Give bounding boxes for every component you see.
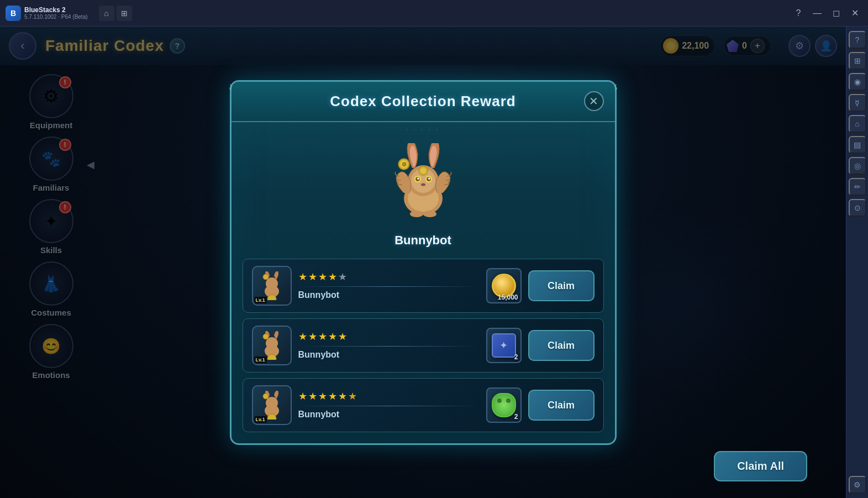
reward-count-2: 2	[514, 353, 518, 361]
right-sidebar: ? ⊞ ◉ ☿ ⌂ ▤ ◎ ✏ ⊙ ⚙	[846, 27, 868, 498]
reward-row-3: Lv.1 ★ ★ ★ ★ ★ ★ Bunnybot 2	[243, 378, 604, 432]
home-icon-btn[interactable]: ⌂	[99, 6, 114, 21]
svg-point-16	[410, 211, 423, 217]
reward-lv-3: Lv.1	[254, 416, 267, 423]
familiar-sprite: ⚙	[379, 140, 467, 229]
svg-point-12	[420, 168, 426, 174]
reward-row-1: Lv.1 ★ ★ ★ ★ ★ Bunnybot 15,000	[243, 259, 604, 313]
sidebar-icon-7[interactable]: ✏	[849, 178, 866, 196]
svg-point-10	[421, 183, 425, 186]
reward-name-3: Bunnybot	[298, 410, 480, 420]
modal-overlay: ❧ ❧ Codex Collection Reward ✕ · · · · ·	[0, 27, 846, 498]
claim-button-2[interactable]: Claim	[528, 330, 595, 361]
reward-item-1: 15,000	[486, 268, 522, 303]
reward-divider-2	[298, 346, 480, 347]
sidebar-icon-2[interactable]: ◉	[849, 73, 866, 91]
reward-familiar-icon-2: Lv.1	[252, 326, 292, 365]
reward-familiar-icon-3: Lv.1	[252, 385, 292, 425]
reward-familiar-icon-1: Lv.1	[252, 266, 292, 306]
reward-count-1: 15,000	[498, 293, 518, 301]
sidebar-icon-0[interactable]: ?	[849, 31, 866, 49]
reward-lv-2: Lv.1	[254, 357, 267, 363]
reward-divider-3	[298, 406, 480, 406]
svg-point-21	[263, 274, 269, 280]
svg-point-25	[263, 334, 269, 339]
sidebar-icon-3[interactable]: ☿	[849, 94, 866, 112]
reward-info-1: ★ ★ ★ ★ ★ Bunnybot	[298, 271, 480, 300]
help-btn[interactable]: ?	[790, 6, 807, 21]
familiar-display: ⚙ Bunnybot	[232, 135, 615, 259]
minimize-btn[interactable]: —	[808, 6, 826, 21]
reward-name-1: Bunnybot	[298, 290, 480, 300]
reward-info-3: ★ ★ ★ ★ ★ ★ Bunnybot	[298, 390, 480, 420]
titlebar: B BlueStacks 2 5.7.110.1002 · P64 (Beta)…	[0, 0, 868, 27]
claim-button-1[interactable]: Claim	[528, 270, 595, 301]
sidebar-icon-9[interactable]: ⚙	[849, 476, 866, 494]
reward-stars-2: ★ ★ ★ ★ ★	[298, 331, 480, 343]
reward-item-3: 2	[486, 387, 522, 423]
modal-dots: · · · · ·	[232, 122, 615, 135]
reward-count-3: 2	[514, 413, 518, 421]
codex-collection-reward-modal: ❧ ❧ Codex Collection Reward ✕ · · · · ·	[230, 80, 617, 445]
claim-all-button[interactable]: Claim All	[714, 451, 807, 481]
rewards-container: Lv.1 ★ ★ ★ ★ ★ Bunnybot 15,000	[232, 259, 615, 432]
svg-point-17	[423, 211, 436, 217]
modal-title: Codex Collection Reward	[330, 93, 516, 109]
sidebar-icon-4[interactable]: ⌂	[849, 115, 866, 133]
reward-lv-1: Lv.1	[254, 297, 267, 303]
reward-row-2: Lv.1 ★ ★ ★ ★ ★ Bunnybot 2	[243, 318, 604, 373]
reward-name-2: Bunnybot	[298, 350, 480, 360]
gummy-reward-icon	[492, 393, 516, 417]
sidebar-icon-5[interactable]: ▤	[849, 136, 866, 154]
claim-button-3[interactable]: Claim	[528, 390, 595, 421]
app-version: 5.7.110.1002 · P64 (Beta)	[24, 14, 88, 20]
sidebar-icon-8[interactable]: ⊙	[849, 199, 866, 217]
svg-text:⚙: ⚙	[401, 161, 406, 167]
reward-divider-1	[298, 286, 480, 287]
svg-point-8	[417, 177, 419, 180]
sidebar-icon-1[interactable]: ⊞	[849, 52, 866, 70]
card-reward-icon	[492, 333, 516, 358]
sidebar-icon-6[interactable]: ◎	[849, 157, 866, 175]
familiar-display-name: Bunnybot	[394, 233, 451, 248]
reward-stars-3: ★ ★ ★ ★ ★ ★	[298, 390, 480, 402]
modal-close-button[interactable]: ✕	[584, 91, 604, 111]
app-name: BlueStacks 2	[24, 6, 88, 14]
modal-header: Codex Collection Reward ✕	[232, 82, 615, 122]
reward-item-2: 2	[486, 328, 522, 363]
svg-point-9	[428, 177, 430, 180]
restore-btn[interactable]: ◻	[827, 6, 845, 21]
svg-point-29	[263, 394, 269, 399]
grid-icon-btn[interactable]: ⊞	[117, 6, 132, 21]
reward-info-2: ★ ★ ★ ★ ★ Bunnybot	[298, 331, 480, 360]
reward-stars-1: ★ ★ ★ ★ ★	[298, 271, 480, 283]
close-btn[interactable]: ✕	[846, 6, 864, 21]
app-icon: B	[6, 6, 21, 21]
